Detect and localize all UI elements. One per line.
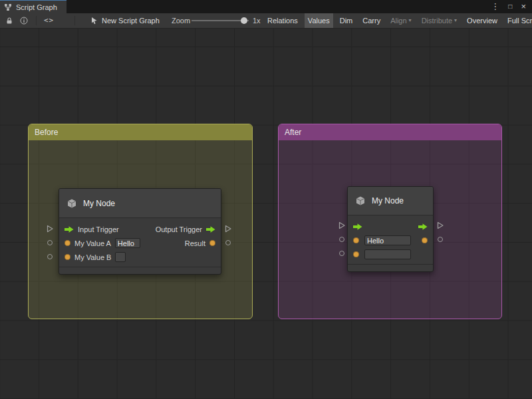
node-row-value-b: My Value B <box>59 250 221 264</box>
carry-button-label: Carry <box>362 13 380 28</box>
graph-breadcrumb[interactable]: New Script Graph <box>102 17 160 25</box>
node-row-value-b <box>348 247 433 261</box>
chevron-down-icon: ▾ <box>409 13 412 28</box>
flow-output-port-icon[interactable] <box>206 226 215 233</box>
group-after-header[interactable]: After <box>279 124 501 140</box>
external-value-port-icon[interactable] <box>225 240 231 245</box>
node-title: My Node <box>372 196 404 205</box>
distribute-button[interactable]: Distribute▾ <box>418 13 460 28</box>
node-icon <box>66 198 78 209</box>
node-footer <box>59 267 221 274</box>
value-a-port-icon[interactable] <box>65 240 70 246</box>
external-flow-port-icon[interactable] <box>436 221 444 229</box>
node-my-node-before[interactable]: My Node Input Trigger Output Trigger <box>59 188 221 275</box>
external-value-port-icon[interactable] <box>339 237 344 242</box>
graph-canvas[interactable]: Before After My Node <box>0 29 532 399</box>
dim-button[interactable]: Dim <box>336 13 356 28</box>
toolbar-separator <box>74 16 75 25</box>
more-menu-icon[interactable]: ⋮ <box>491 0 499 13</box>
value-b-input[interactable] <box>115 252 126 262</box>
group-before-header[interactable]: Before <box>29 124 252 140</box>
script-graph-icon <box>4 3 12 11</box>
flow-output-port-icon[interactable] <box>418 223 428 230</box>
node-title: My Node <box>83 199 115 208</box>
external-value-port-icon[interactable] <box>438 237 443 242</box>
result-port-icon[interactable] <box>209 240 215 246</box>
value-a-input[interactable] <box>364 235 411 245</box>
flow-input-port-icon[interactable] <box>65 226 74 233</box>
node-row-triggers: Input Trigger Output Trigger <box>59 222 221 236</box>
group-before-title: Before <box>35 128 58 137</box>
distribute-button-label: Distribute <box>422 13 452 28</box>
node-before-header[interactable]: My Node <box>59 189 221 218</box>
fullscreen-button[interactable]: Full Scr <box>504 13 532 28</box>
external-flow-port-icon[interactable] <box>338 221 346 229</box>
close-icon[interactable]: × <box>521 0 526 13</box>
node-before-ports: Input Trigger Output Trigger My Value A … <box>59 218 221 267</box>
graph-asset-icon <box>90 17 98 25</box>
output-trigger-label: Output Trigger <box>156 225 202 233</box>
value-a-port-icon[interactable] <box>353 237 359 243</box>
group-after-title: After <box>285 128 301 137</box>
node-after-ports <box>348 215 433 264</box>
result-port-icon[interactable] <box>422 237 428 243</box>
overview-button[interactable]: Overview <box>464 13 501 28</box>
external-value-port-icon[interactable] <box>47 254 53 259</box>
maximize-icon[interactable]: □ <box>508 0 512 13</box>
flow-input-port-icon[interactable] <box>353 223 362 230</box>
toolbar-separator <box>36 16 37 25</box>
value-b-port-icon[interactable] <box>65 254 70 260</box>
fullscreen-button-label: Full Scr <box>507 13 532 28</box>
code-view-icon[interactable]: <> <box>44 16 54 25</box>
node-row-value-a <box>348 233 433 247</box>
dim-button-label: Dim <box>340 13 353 28</box>
chevron-down-icon: ▾ <box>454 13 457 28</box>
carry-button[interactable]: Carry <box>359 13 384 28</box>
zoom-label: Zoom <box>172 17 190 25</box>
toolbar-buttons: Relations Values Dim Carry Align▾ Distri… <box>264 13 532 28</box>
relations-button[interactable]: Relations <box>264 13 301 28</box>
values-button-label: Values <box>308 13 330 28</box>
align-button-label: Align <box>390 13 406 28</box>
node-after-header[interactable]: My Node <box>348 187 433 215</box>
value-a-input[interactable] <box>115 238 140 248</box>
values-button[interactable]: Values <box>305 13 333 28</box>
input-trigger-label: Input Trigger <box>78 225 119 233</box>
zoom-value: 1x <box>253 17 261 25</box>
info-icon[interactable] <box>20 17 28 25</box>
lock-icon[interactable] <box>5 17 13 25</box>
value-b-port-icon[interactable] <box>353 251 359 257</box>
unity-window: Script Graph ⋮ □ × <> <box>0 0 532 399</box>
tab-bar: Script Graph ⋮ □ × <box>0 0 532 13</box>
align-button[interactable]: Align▾ <box>387 13 414 28</box>
tab-title: Script Graph <box>16 3 57 11</box>
node-row-triggers <box>348 219 433 233</box>
external-flow-port-icon[interactable] <box>224 225 232 233</box>
node-footer <box>348 264 433 271</box>
node-my-node-after[interactable]: My Node <box>347 186 434 272</box>
relations-button-label: Relations <box>267 13 298 28</box>
external-value-port-icon[interactable] <box>339 251 344 256</box>
graph-toolbar: <> New Script Graph Zoom 1x Relations Va… <box>0 13 532 29</box>
overview-button-label: Overview <box>467 13 497 28</box>
window-controls: ⋮ □ × <box>491 0 532 13</box>
zoom-slider-knob[interactable] <box>241 17 247 24</box>
value-b-input[interactable] <box>364 249 411 259</box>
node-icon <box>354 195 366 207</box>
zoom-slider[interactable] <box>192 13 249 28</box>
my-value-b-label: My Value B <box>74 253 111 261</box>
external-value-port-icon[interactable] <box>47 240 53 245</box>
node-row-value-a: My Value A Result <box>59 236 221 250</box>
external-flow-port-icon[interactable] <box>46 225 54 233</box>
tab-script-graph[interactable]: Script Graph <box>0 0 66 13</box>
my-value-a-label: My Value A <box>74 239 111 247</box>
result-label: Result <box>185 239 205 247</box>
